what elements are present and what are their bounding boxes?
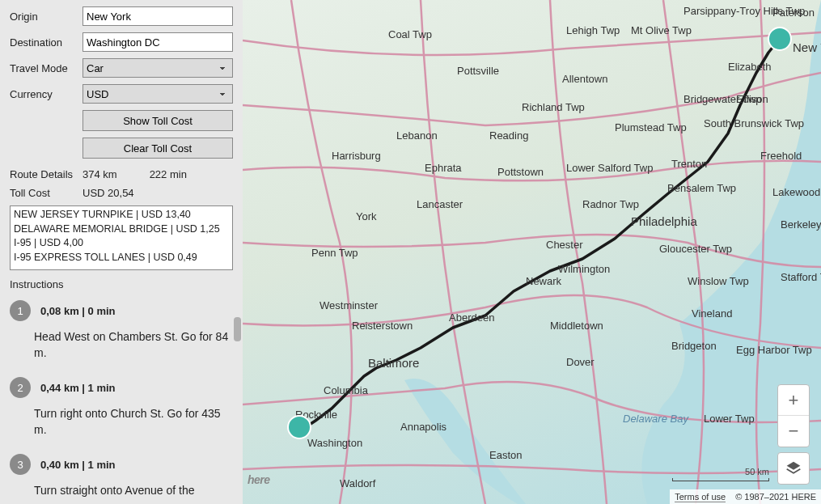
step-title: 0,44 km | 1 min: [40, 382, 116, 394]
step-title: 0,40 km | 1 min: [40, 459, 116, 471]
terms-link[interactable]: Terms of use: [675, 492, 726, 502]
toll-item: I-95 EXPRESS TOLL LANES | USD 0,49: [14, 251, 229, 265]
layers-icon: [785, 460, 802, 476]
travel-mode-select[interactable]: Car: [83, 58, 233, 78]
step-title: 0,08 km | 0 min: [40, 305, 116, 317]
instruction-step: 1 0,08 km | 0 min Head West on Chambers …: [10, 300, 233, 361]
layers-button[interactable]: [777, 452, 810, 485]
zoom-control: + −: [777, 384, 810, 447]
app-root: Origin Destination Travel Mode Car Curre…: [0, 0, 821, 504]
map-svg: [243, 0, 821, 504]
destination-input[interactable]: [83, 32, 233, 52]
map-footer: Terms of use © 1987–2021 HERE: [670, 489, 821, 504]
instruction-step: 2 0,44 km | 1 min Turn right onto Church…: [10, 377, 233, 438]
sidebar-panel: Origin Destination Travel Mode Car Curre…: [0, 0, 243, 504]
toll-item: NEW JERSEY TURNPIKE | USD 13,40: [14, 208, 229, 222]
instruction-step: 3 0,40 km | 1 min Turn straight onto Ave…: [10, 454, 233, 499]
step-badge: 3: [10, 454, 31, 475]
step-body: Head West on Chambers St. Go for 84 m.: [10, 329, 233, 361]
toll-item: DELAWARE MEMORIAL BRIDGE | USD 1,25: [14, 222, 229, 237]
zoom-out-button[interactable]: −: [778, 416, 809, 447]
origin-marker[interactable]: [768, 27, 792, 51]
origin-label: Origin: [10, 11, 83, 23]
route-details-label: Route Details: [10, 168, 83, 180]
zoom-in-button[interactable]: +: [778, 385, 809, 416]
scale-bar: 50 km: [672, 467, 769, 480]
toll-breakdown-list[interactable]: NEW JERSEY TURNPIKE | USD 13,40 DELAWARE…: [10, 205, 233, 270]
copyright-text: © 1987–2021 HERE: [735, 492, 816, 502]
toll-item: I-95 | USD 4,00: [14, 236, 229, 251]
step-body: Turn right onto Church St. Go for 435 m.: [10, 406, 233, 438]
origin-input[interactable]: [83, 6, 233, 26]
step-badge: 2: [10, 377, 31, 398]
destination-label: Destination: [10, 36, 83, 49]
instructions-heading: Instructions: [10, 278, 233, 290]
route-duration: 222 min: [150, 168, 187, 180]
toll-cost-value: USD 20,54: [83, 187, 134, 199]
minus-icon: −: [789, 421, 799, 442]
step-badge: 1: [10, 300, 31, 321]
currency-label: Currency: [10, 88, 83, 100]
show-toll-button[interactable]: Show Toll Cost: [83, 110, 233, 131]
sidebar-scrollbar-thumb[interactable]: [234, 317, 241, 341]
clear-toll-button[interactable]: Clear Toll Cost: [83, 138, 233, 159]
step-body: Turn straight onto Avenue of the: [10, 483, 233, 499]
travel-mode-label: Travel Mode: [10, 62, 83, 74]
toll-cost-label: Toll Cost: [10, 187, 83, 199]
currency-select[interactable]: USD: [83, 84, 233, 104]
route-distance: 374 km: [83, 168, 117, 180]
plus-icon: +: [789, 390, 799, 411]
scale-label: 50 km: [672, 467, 769, 476]
destination-marker[interactable]: [287, 415, 311, 439]
map-canvas[interactable]: New YorkPatersonParsippany-Troy Hills Tw…: [243, 0, 821, 504]
